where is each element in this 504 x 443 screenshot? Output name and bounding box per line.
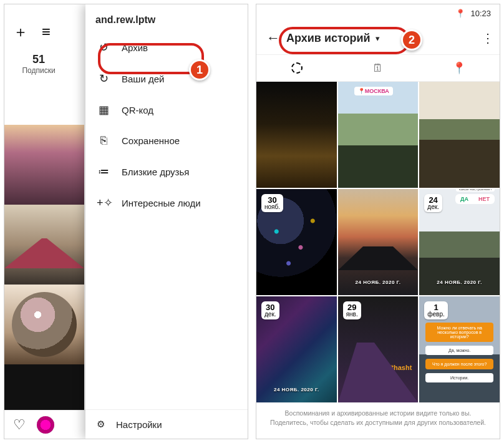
archive-story[interactable]: 1февр.Можно ли отвечать на несколько воп… [419,296,500,402]
archive-story[interactable]: 📍МОСКВА [338,82,419,188]
story-caption: 24 НОЯБ. 2020 Г. [338,280,419,285]
menu-activity[interactable]: ↻Ваши дей [85,63,248,94]
calendar-icon: 🗓 [372,62,384,75]
new-post-icon[interactable]: ＋ [13,24,28,39]
more-options-button[interactable]: ⋮ [482,31,493,46]
menu-qrcode-label: QR-код [122,105,153,115]
menu-saved-icon: ⎘ [97,134,110,147]
story-avatar[interactable] [37,416,54,434]
subscriptions-count: 51 [17,53,61,66]
archive-story[interactable] [256,82,337,188]
location-pin-icon: 📍 [452,61,466,75]
story-caption: 24 НОЯБ. 2020 Г. [256,387,337,392]
tab-location[interactable]: 📍 [419,55,500,81]
gear-icon: ⚙ [97,419,105,430]
date-chip: 1февр. [424,301,447,319]
tab-stories[interactable] [256,55,337,81]
date-chip: 29янв. [343,301,361,319]
chevron-down-icon[interactable]: ▾ [376,34,380,43]
poll-title: Какое настроение? [456,189,495,192]
date-chip: 24дек. [424,194,442,212]
menu-activity-label: Ваши дей [122,74,164,84]
archive-story[interactable]: 30дек.24 НОЯБ. 2020 Г. [256,296,337,402]
status-time: 10:23 [470,9,491,18]
poll-chip: ДАНЕТ [455,194,495,204]
story-caption: 24 НОЯБ. 2020 Г. [419,280,500,285]
menu-archive-label: Архив [122,42,148,53]
like-icon[interactable]: ♡ [13,417,26,433]
subscriptions-stat[interactable]: 51 Подписки [4,39,61,81]
menu-archive[interactable]: ↺Архив [85,32,248,63]
phone-profile-menu: 10:23 ＋ ≡ 51 Подписки ⧉ ♡ and.rew.lptw ↺… [4,4,248,439]
archive-story[interactable] [419,82,500,188]
archive-story[interactable]: 24 НОЯБ. 2020 Г. [338,189,419,295]
grid-thumb[interactable] [4,285,84,364]
stories-reel-icon [291,62,303,74]
back-button[interactable]: ← [263,27,284,49]
grid-thumb[interactable] [4,125,84,205]
menu-saved-label: Сохраненное [122,135,180,146]
phone-archive: 📍 10:23 ← Архив историй ▾ ⋮ 2 🗓 📍 📍МОСКВ… [256,4,500,439]
tab-calendar[interactable]: 🗓 [337,55,419,81]
grid-thumb[interactable] [4,205,84,285]
archive-tabs: 🗓 📍 [256,54,500,82]
menu-saved[interactable]: ⎘Сохраненное [85,125,248,156]
status-bar: 📍 10:23 [256,4,500,22]
menu-archive-icon: ↺ [97,41,110,54]
archive-story[interactable]: 29янв.#hasht2021 [338,296,419,402]
archive-story[interactable]: 30нояб. [256,189,337,295]
menu-qrcode[interactable]: ▦QR-код [85,94,248,125]
archive-grid: 📍МОСКВА30нояб.24 НОЯБ. 2020 Г.24дек.24 Н… [256,82,500,402]
date-chip: 30нояб. [261,194,283,212]
profile-drawer: and.rew.lptw ↺Архив↻Ваши дей▦QR-код⎘Сохр… [85,4,248,439]
question-sticker: Можно ли отвечать на несколько вопросов … [425,323,493,382]
drawer-username[interactable]: and.rew.lptw [85,4,248,32]
menu-discover-label: Интересные люди [122,198,201,208]
menu-discover-icon: +✧ [97,196,110,210]
menu-icon[interactable]: ≡ [42,24,51,39]
menu-qrcode-icon: ▦ [97,103,110,117]
location-chip: 📍МОСКВА [354,87,393,95]
hashtag: #hasht [390,364,412,371]
subscriptions-label: Подписки [17,66,61,75]
archive-title[interactable]: Архив историй [286,32,371,45]
archive-story[interactable]: 24дек.24 НОЯБ. 2020 Г.Какое настроение?Д… [419,189,500,295]
date-chip: 30дек. [261,301,279,319]
menu-discover[interactable]: +✧Интересные люди [85,187,248,218]
menu-activity-icon: ↻ [97,72,110,85]
menu-close-friends-icon: ≔ [97,165,110,178]
menu-settings[interactable]: ⚙ Настройки [85,409,248,439]
archive-footer-text: Воспоминания и архивированные истории ви… [256,402,500,433]
menu-close-friends[interactable]: ≔Близкие друзья [85,156,248,187]
settings-label: Настройки [116,419,162,430]
location-indicator-icon: 📍 [455,9,465,18]
year-label: 2021 [344,387,358,394]
menu-close-friends-label: Близкие друзья [122,167,189,177]
